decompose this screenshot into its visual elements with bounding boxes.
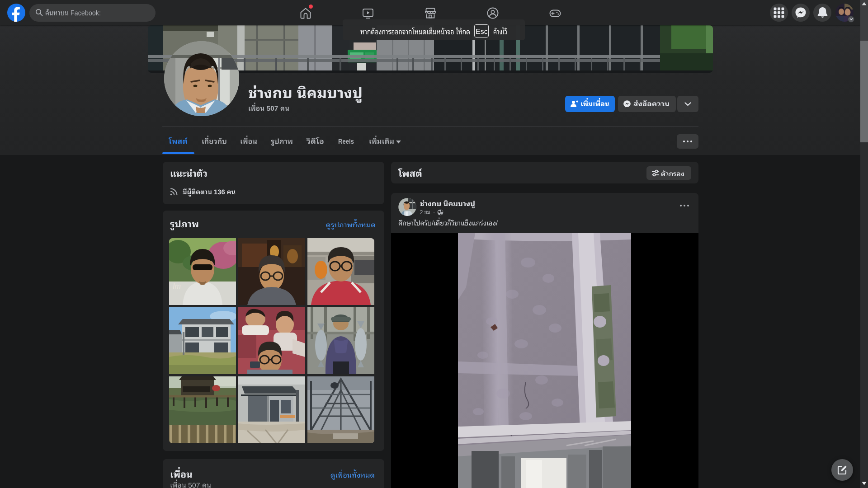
svg-text:Im: Im: [173, 282, 181, 290]
